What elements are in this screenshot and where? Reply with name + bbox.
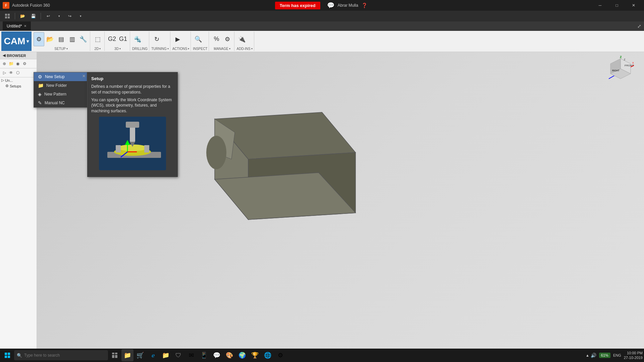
setup-group-label[interactable]: SETUP ▾ [34,47,89,51]
taskbar-app-game[interactable]: 🏆 [249,349,261,361]
more-icon[interactable]: ⬡ [15,70,21,76]
taskbar-app-ie[interactable]: ℯ [147,349,159,361]
3d-icon: G2 [108,36,116,43]
menu-close-button[interactable]: ✕ [82,74,86,78]
taskbar-app-store[interactable]: 🛒 [134,349,146,361]
term-expired-badge[interactable]: Term has expired [275,2,320,9]
tab-close-button[interactable]: ✕ [24,24,26,28]
inspect-label[interactable]: INSPECT [193,47,207,51]
3d-sub-button[interactable]: G1 [118,32,128,46]
2d-icon: ⬚ [95,36,101,43]
back-icon[interactable]: ◀ [3,53,5,58]
app-logo: F [3,2,9,9]
browser-tree-item-unnamed[interactable]: ▷ Un... [0,77,37,83]
redo-arrow[interactable]: ▾ [76,11,85,21]
menu-item-new-folder[interactable]: 📁 New Folder [34,81,87,90]
drilling-icon: 🔩 [134,36,141,43]
new-setup-button[interactable]: ⚙ [34,32,44,46]
menu-item-new-pattern[interactable]: ◈ New Pattern [34,90,87,99]
turning-label[interactable]: TURNING ▾ [151,47,169,51]
setup-tool-button[interactable]: 🔧 [78,32,89,46]
hatching-button[interactable]: ▤ [56,32,66,46]
tab-expand-icon[interactable]: ⤢ [637,23,641,29]
tab-bar: Untitled* ✕ ⤢ [0,21,644,31]
datetime-display[interactable]: 10:00 PM 27-10-2019 [624,351,643,360]
manage-label[interactable]: MANAGE ▾ [211,47,233,51]
2d-button[interactable]: ⬚ [92,32,103,46]
help-icon[interactable]: ❓ [362,3,367,8]
chat-icon[interactable]: 💬 [327,2,334,9]
setup-tooltip-panel: Setup Defines a number of general proper… [87,72,178,177]
browser-icon-1[interactable]: ⊕ [1,61,7,67]
browser-icon-2[interactable]: 📁 [8,61,14,67]
close-button[interactable]: ✕ [626,0,641,11]
taskbar-app-shield[interactable]: 🛡 [172,349,184,361]
svg-rect-12 [126,122,139,128]
separator [15,13,15,19]
addins-button[interactable]: 🔌 [236,32,247,46]
tooltip-desc2: You can specify the Work Coordinate Syst… [91,97,174,114]
inspect-icon: 🔍 [195,36,202,43]
taskbar-app-misc[interactable]: ⚙ [274,349,286,361]
open-icon[interactable]: 📂 [18,11,27,21]
start-button[interactable] [1,349,13,361]
turning-group: ↻ TURNING ▾ [150,32,170,51]
drilling-button[interactable]: 🔩 [132,32,143,46]
redo-icon[interactable]: ↪ [65,11,74,21]
cam-workspace-label[interactable]: CAM ▾ [1,32,32,51]
view-cube[interactable]: FRONT Z X RIGHT Z [604,55,637,89]
save-icon[interactable]: 💾 [29,11,38,21]
manage-gear-button[interactable]: ⚙ [222,32,233,46]
taskbar-right: ▲ 🔊 61% ENG 10:00 PM 27-10-2019 [586,351,643,360]
manage-button[interactable]: % [211,32,222,46]
turning-button[interactable]: ↻ [151,32,162,46]
taskbar-app-paint[interactable]: 🎨 [223,349,235,361]
actions-button[interactable]: ▶ [172,32,183,46]
taskbar-app-chrome[interactable]: 🌐 [262,349,274,361]
taskbar-search[interactable]: 🔍 [14,350,108,360]
drilling-label[interactable]: DRILLING [132,47,148,51]
search-input[interactable] [24,353,105,358]
manage-gear-icon: ⚙ [225,36,230,43]
browser-toolbar: ⊕ 📁 ◉ ⚙ [0,59,37,68]
3d-group-label[interactable]: 3D ▾ [107,47,128,51]
hatching-icon: ▤ [58,36,64,43]
addins-label[interactable]: ADD-INS ▾ [236,47,252,51]
2d-group-label[interactable]: 2D ▾ [92,47,103,51]
3d-button[interactable]: G2 [107,32,117,46]
hatching2-button[interactable]: ▥ [67,32,77,46]
menu-item-new-setup[interactable]: ⚙ New Setup [34,72,87,81]
tooltip-desc1: Defines a number of general properties f… [91,84,174,95]
taskbar-app-globe[interactable]: 🌍 [236,349,248,361]
tray-up-arrow[interactable]: ▲ [586,353,589,357]
taskbar-app-file[interactable]: 📁 [160,349,172,361]
open-folder-button[interactable]: 📂 [45,32,55,46]
browser-icon-3[interactable]: ◉ [15,61,21,67]
taskbar-app-phone[interactable]: 📱 [198,349,210,361]
undo-arrow[interactable]: ▾ [54,11,64,21]
setups-icon: ⚙ [5,84,9,88]
battery-indicator[interactable]: 61% [599,353,610,358]
eye-icon[interactable]: 👁 [8,70,14,76]
app-home-icon[interactable] [3,11,12,21]
minimize-button[interactable]: ─ [592,0,608,11]
svg-rect-38 [112,353,114,354]
taskbar-app-chat[interactable]: 💬 [211,349,223,361]
maximize-button[interactable]: □ [609,0,625,11]
browser-tree-item-setups[interactable]: ⚙ Setups [0,83,37,89]
actions-label[interactable]: ACTIONS ▾ [172,47,189,51]
tray-volume-icon[interactable]: 🔊 [591,353,596,358]
addins-icon: 🔌 [238,36,246,43]
svg-point-22 [206,136,226,169]
setup-dropdown-menu: ✕ ⚙ New Setup 📁 New Folder ◈ New Pattern… [34,72,87,108]
expand-icon[interactable]: ▷ [1,70,7,76]
tab-untitled[interactable]: Untitled* ✕ [3,21,31,31]
taskbar-app-mail[interactable]: ✉ [185,349,197,361]
inspect-button[interactable]: 🔍 [193,32,204,46]
setups-label: Setups [10,84,21,88]
undo-icon[interactable]: ↩ [44,11,53,21]
menu-item-manual-nc[interactable]: ✎ Manual NC [34,99,87,107]
browser-icon-4[interactable]: ⚙ [21,61,28,67]
task-view-button[interactable] [109,349,121,361]
taskbar-app-explorer[interactable]: 📁 [121,349,133,361]
